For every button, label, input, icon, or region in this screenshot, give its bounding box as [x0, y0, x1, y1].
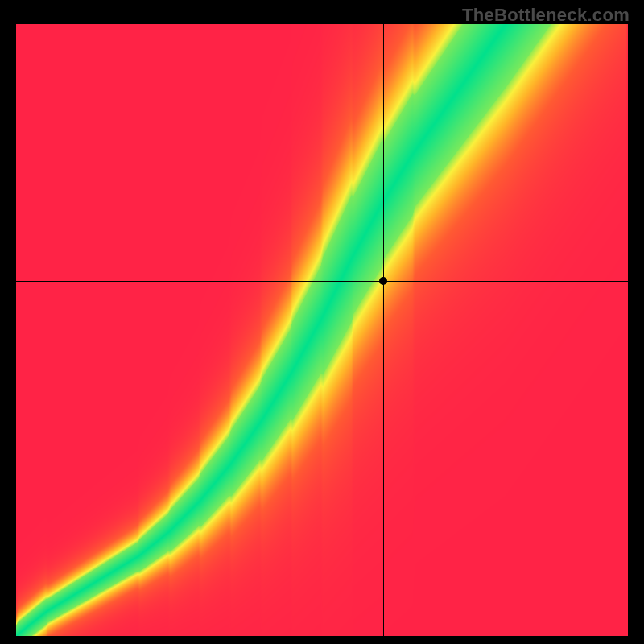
chart-frame: TheBottleneck.com — [0, 0, 644, 644]
plot-area — [16, 24, 628, 636]
heatmap-canvas — [16, 24, 628, 636]
watermark-text: TheBottleneck.com — [462, 5, 630, 26]
crosshair-horizontal — [16, 281, 628, 282]
crosshair-vertical — [383, 24, 384, 636]
